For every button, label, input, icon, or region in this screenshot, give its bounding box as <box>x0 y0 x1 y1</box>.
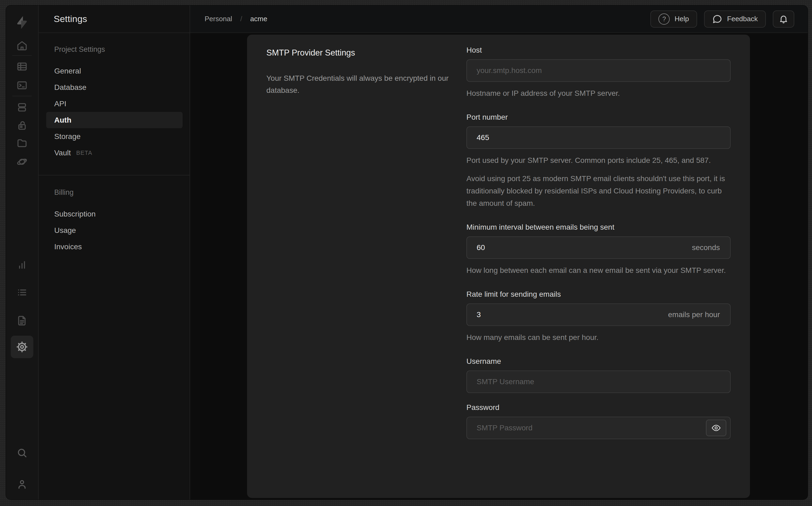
main-area: Personal / acme ? Help Feedback <box>190 5 808 500</box>
rate-limit-label: Rate limit for sending emails <box>466 290 731 299</box>
password-label: Password <box>466 403 731 412</box>
breadcrumb-project[interactable]: acme <box>250 15 268 23</box>
rate-limit-input[interactable] <box>476 311 668 319</box>
port-field: Port number Port used by your SMTP serve… <box>466 113 731 209</box>
sidebar-item-database[interactable]: Database <box>39 79 190 95</box>
interval-input-wrapper: seconds <box>466 236 731 259</box>
port-note-text: Avoid using port 25 as modern SMTP email… <box>466 172 731 209</box>
sidebar-header: Settings <box>39 5 190 33</box>
smtp-card-intro: SMTP Provider Settings Your SMTP Credent… <box>267 46 454 487</box>
username-field: Username <box>466 357 731 393</box>
rate-limit-input-wrapper: emails per hour <box>466 304 731 326</box>
smtp-settings-card: SMTP Provider Settings Your SMTP Credent… <box>247 34 750 498</box>
password-input-wrapper <box>466 417 731 439</box>
beta-badge: BETA <box>76 150 92 156</box>
sidebar-nav: Project Settings General Database API Au… <box>39 33 190 255</box>
sidebar-item-general[interactable]: General <box>39 63 190 79</box>
search-icon <box>16 447 28 459</box>
sidebar-item-storage[interactable]: Storage <box>39 128 190 145</box>
sidebar-item-invoices[interactable]: Invoices <box>39 239 190 255</box>
storage-icon <box>16 137 28 149</box>
sidebar-section-divider <box>39 175 190 175</box>
host-help-text: Hostname or IP address of your SMTP serv… <box>466 87 731 99</box>
rail-divider <box>12 55 32 56</box>
reports-icon <box>16 259 28 271</box>
rail-storage-button[interactable] <box>13 134 30 151</box>
sidebar-item-auth[interactable]: Auth <box>46 112 182 128</box>
password-input[interactable] <box>476 424 706 432</box>
supabase-bolt-icon <box>14 15 29 30</box>
sidebar-item-subscription[interactable]: Subscription <box>39 206 190 222</box>
rail-table-editor-button[interactable] <box>13 58 30 75</box>
notifications-button[interactable] <box>773 10 794 28</box>
rail-sql-editor-button[interactable] <box>13 77 30 94</box>
breadcrumb-org[interactable]: Personal <box>205 15 232 23</box>
section-header-billing: Billing <box>39 188 190 197</box>
username-input-wrapper <box>466 370 731 393</box>
host-field: Host Hostname or IP address of your SMTP… <box>466 46 731 99</box>
port-help-text: Port used by your SMTP server. Common po… <box>466 154 731 167</box>
page-title: Settings <box>54 14 87 24</box>
rail-home-button[interactable] <box>13 37 30 54</box>
settings-sidebar: Settings Project Settings General Databa… <box>38 5 190 500</box>
logs-icon <box>16 286 28 298</box>
interval-label: Minimum interval between emails being se… <box>466 223 731 232</box>
bell-icon <box>779 14 789 24</box>
rail-edge-functions-button[interactable] <box>13 153 30 170</box>
host-input-wrapper <box>466 59 731 82</box>
table-editor-icon <box>16 61 28 72</box>
rail-account-button[interactable] <box>13 476 30 493</box>
port-label: Port number <box>466 113 731 121</box>
content-region: SMTP Provider Settings Your SMTP Credent… <box>190 33 808 500</box>
sql-editor-icon <box>16 79 28 91</box>
sidebar-item-api[interactable]: API <box>39 95 190 112</box>
rail-settings-button[interactable] <box>11 336 33 358</box>
user-icon <box>16 478 28 490</box>
port-input[interactable] <box>476 133 726 142</box>
top-bar: Personal / acme ? Help Feedback <box>190 5 808 33</box>
username-label: Username <box>466 357 731 366</box>
icon-rail <box>6 5 38 500</box>
edge-functions-icon <box>16 156 28 168</box>
rail-auth-button[interactable] <box>13 117 30 134</box>
sidebar-item-usage[interactable]: Usage <box>39 222 190 239</box>
rail-reports-button[interactable] <box>13 256 30 273</box>
rail-divider <box>12 96 32 96</box>
database-icon <box>16 101 28 113</box>
app-window: Settings Project Settings General Databa… <box>6 5 808 500</box>
smtp-form: Host Hostname or IP address of your SMTP… <box>466 46 731 487</box>
password-field: Password <box>466 403 731 439</box>
section-header-project-settings: Project Settings <box>39 45 190 54</box>
feedback-bubble-icon <box>712 14 722 24</box>
rail-database-button[interactable] <box>13 99 30 116</box>
smtp-card-description: Your SMTP Credentials will always be enc… <box>267 72 454 96</box>
interval-help-text: How long between each email can a new em… <box>466 264 731 277</box>
supabase-logo[interactable] <box>14 15 29 30</box>
username-input[interactable] <box>476 377 726 386</box>
rate-limit-field: Rate limit for sending emails emails per… <box>466 290 731 344</box>
eye-icon <box>712 423 721 432</box>
screenshot-root: Settings Project Settings General Databa… <box>0 0 812 506</box>
toggle-password-visibility-button[interactable] <box>706 420 726 436</box>
rail-logs-button[interactable] <box>13 284 30 301</box>
port-input-wrapper <box>466 126 731 149</box>
interval-input[interactable] <box>476 243 692 252</box>
help-button[interactable]: ? Help <box>650 10 697 28</box>
feedback-button[interactable]: Feedback <box>704 10 766 28</box>
rate-limit-help-text: How many emails can be sent per hour. <box>466 331 731 344</box>
smtp-card-title: SMTP Provider Settings <box>267 48 454 58</box>
host-label: Host <box>466 46 731 55</box>
rail-docs-button[interactable] <box>13 312 30 329</box>
sidebar-item-vault[interactable]: Vault BETA <box>39 145 190 161</box>
top-bar-actions: ? Help Feedback <box>650 10 794 28</box>
host-input[interactable] <box>476 66 726 75</box>
settings-gear-icon <box>16 341 28 353</box>
docs-icon <box>16 315 28 327</box>
interval-field: Minimum interval between emails being se… <box>466 223 731 277</box>
rate-limit-unit-suffix: emails per hour <box>668 311 726 319</box>
help-circle-icon: ? <box>658 13 670 25</box>
breadcrumb-separator: / <box>240 15 242 23</box>
rail-search-button[interactable] <box>13 444 30 461</box>
auth-lock-icon <box>16 120 28 132</box>
home-icon <box>16 40 28 52</box>
